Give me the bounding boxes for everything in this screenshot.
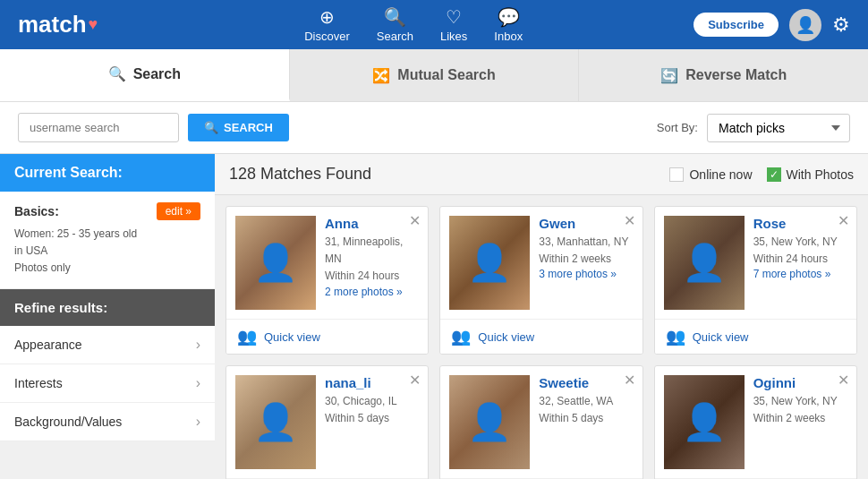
profile-card: ✕ 👤 Sweetie 32, Seattle, WAWithin 5 days… — [439, 365, 642, 479]
profile-photo[interactable]: 👤 — [664, 216, 745, 310]
more-photos[interactable]: 3 more photos » — [539, 268, 633, 280]
chevron-right-icon: › — [196, 337, 200, 353]
photo-face: 👤 — [449, 375, 530, 469]
with-photos-label: With Photos — [787, 167, 854, 182]
filter-options: Online now ✓ With Photos — [669, 167, 854, 182]
basics-title: Basics: — [14, 204, 59, 218]
with-photos-checkbox[interactable]: ✓ — [767, 167, 781, 182]
likes-icon: ♡ — [446, 6, 462, 28]
profile-details: 35, New York, NYWithin 2 weeks — [753, 393, 847, 427]
quick-view-icon: 👥 — [666, 327, 685, 346]
online-now-label: Online now — [689, 167, 752, 182]
logo[interactable]: match♥ — [18, 11, 98, 38]
refine-interests-label: Interests — [14, 376, 63, 390]
profiles-grid: ✕ 👤 Anna 31, Minneapolis, MNWithin 24 ho… — [215, 195, 868, 479]
close-icon[interactable]: ✕ — [838, 212, 849, 229]
profile-name[interactable]: Oginni — [753, 375, 847, 390]
refine-interests[interactable]: Interests › — [0, 364, 215, 403]
profile-name[interactable]: Anna — [325, 216, 419, 231]
card-top: 👤 Oginni 35, New York, NYWithin 2 weeks — [655, 366, 856, 478]
profile-name[interactable]: Gwen — [539, 216, 633, 231]
profile-photo[interactable]: 👤 — [449, 375, 530, 469]
refine-background[interactable]: Background/Values › — [0, 403, 215, 441]
nav-likes[interactable]: ♡ Likes — [440, 6, 467, 43]
tab-search[interactable]: 🔍 Search — [0, 49, 290, 101]
discover-icon: ⊕ — [319, 6, 335, 28]
subscribe-button[interactable]: Subscribe — [694, 13, 779, 37]
profile-name[interactable]: Sweetie — [539, 375, 633, 390]
sort-by-container: Sort By: Match picks New members Last ac… — [657, 114, 850, 142]
logo-text: match — [18, 11, 87, 38]
nav-discover-label: Discover — [304, 30, 350, 43]
nav-inbox[interactable]: 💬 Inbox — [494, 6, 523, 43]
with-photos-filter[interactable]: ✓ With Photos — [767, 167, 854, 182]
basics-detail-2: Photos only — [14, 260, 200, 277]
profile-info: Oginni 35, New York, NYWithin 2 weeks — [753, 375, 847, 469]
refine-background-label: Background/Values — [14, 415, 122, 429]
basics-detail-0: Women: 25 - 35 years old — [14, 226, 200, 243]
main-content: Current Search: Basics: edit » Women: 25… — [0, 154, 868, 479]
profile-details: 33, Manhattan, NYWithin 2 weeks — [539, 234, 633, 268]
nav-search-label: Search — [377, 30, 413, 43]
current-search-header: Current Search: — [0, 154, 215, 192]
photo-face: 👤 — [235, 375, 316, 469]
close-icon[interactable]: ✕ — [838, 372, 849, 389]
refine-appearance[interactable]: Appearance › — [0, 326, 215, 364]
profile-card: ✕ 👤 Gwen 33, Manhattan, NYWithin 2 weeks… — [439, 206, 642, 355]
online-now-filter[interactable]: Online now — [669, 167, 752, 182]
logo-heart: ♥ — [89, 15, 98, 34]
chevron-right-icon-3: › — [196, 414, 200, 430]
edit-button[interactable]: edit » — [157, 202, 200, 220]
profile-details: 30, Chicago, ILWithin 5 days — [325, 393, 419, 427]
close-icon[interactable]: ✕ — [624, 372, 635, 389]
profile-photo[interactable]: 👤 — [235, 375, 316, 469]
search-tabs: 🔍 Search 🔀 Mutual Search 🔄 Reverse Match — [0, 49, 868, 102]
basics-details: Women: 25 - 35 years old in USA Photos o… — [14, 226, 200, 278]
quick-view-label: Quick view — [264, 330, 320, 344]
more-photos[interactable]: 7 more photos » — [753, 268, 847, 280]
quick-view-icon: 👥 — [237, 327, 257, 346]
close-icon[interactable]: ✕ — [409, 212, 421, 229]
reverse-match-icon: 🔄 — [660, 67, 678, 84]
profile-name[interactable]: Rose — [753, 216, 847, 231]
mutual-search-label: Mutual Search — [397, 67, 495, 83]
inbox-icon: 💬 — [498, 6, 520, 28]
avatar[interactable]: 👤 — [789, 9, 821, 41]
close-icon[interactable]: ✕ — [624, 212, 635, 229]
photo-face: 👤 — [449, 216, 530, 310]
sort-select[interactable]: Match picks New members Last active Dist… — [707, 114, 850, 142]
quick-view-button[interactable]: 👥 Quick view — [655, 319, 856, 354]
header-right: Subscribe 👤 ⚙ — [694, 9, 850, 41]
results-area: 128 Matches Found Online now ✓ With Phot… — [215, 154, 868, 479]
profile-photo[interactable]: 👤 — [664, 375, 745, 469]
nav-inbox-label: Inbox — [494, 30, 523, 43]
card-top: 👤 Anna 31, Minneapolis, MNWithin 24 hour… — [226, 207, 428, 319]
tab-reverse-match[interactable]: 🔄 Reverse Match — [579, 49, 868, 101]
profile-photo[interactable]: 👤 — [449, 216, 530, 310]
mutual-search-icon: 🔀 — [372, 67, 390, 84]
close-icon[interactable]: ✕ — [409, 372, 421, 389]
tab-mutual-search[interactable]: 🔀 Mutual Search — [290, 49, 580, 101]
profile-info: Anna 31, Minneapolis, MNWithin 24 hours … — [325, 216, 419, 310]
nav-search[interactable]: 🔍 Search — [377, 6, 413, 43]
username-input[interactable] — [18, 113, 179, 142]
refine-appearance-label: Appearance — [14, 338, 82, 352]
more-photos[interactable]: 2 more photos » — [325, 286, 419, 298]
results-header: 128 Matches Found Online now ✓ With Phot… — [215, 154, 868, 195]
search-button-label: SEARCH — [224, 121, 273, 134]
quick-view-button[interactable]: 👥 Quick view — [226, 319, 428, 354]
quick-view-button[interactable]: 👥 Quick view — [440, 319, 642, 354]
profile-info: Gwen 33, Manhattan, NYWithin 2 weeks 3 m… — [539, 216, 633, 310]
search-button[interactable]: 🔍 SEARCH — [188, 114, 289, 141]
nav-discover[interactable]: ⊕ Discover — [304, 6, 350, 43]
online-now-checkbox[interactable] — [669, 167, 684, 182]
profile-name[interactable]: nana_li — [325, 375, 419, 390]
profile-info: Rose 35, New York, NYWithin 24 hours 7 m… — [753, 216, 847, 310]
reverse-match-label: Reverse Match — [685, 67, 787, 83]
profile-photo[interactable]: 👤 — [235, 216, 316, 310]
gear-icon[interactable]: ⚙ — [832, 13, 850, 37]
profile-details: 35, New York, NYWithin 24 hours — [753, 234, 847, 268]
card-top: 👤 Sweetie 32, Seattle, WAWithin 5 days — [440, 366, 642, 478]
chevron-right-icon-2: › — [196, 375, 200, 391]
card-top: 👤 Rose 35, New York, NYWithin 24 hours 7… — [655, 207, 856, 319]
